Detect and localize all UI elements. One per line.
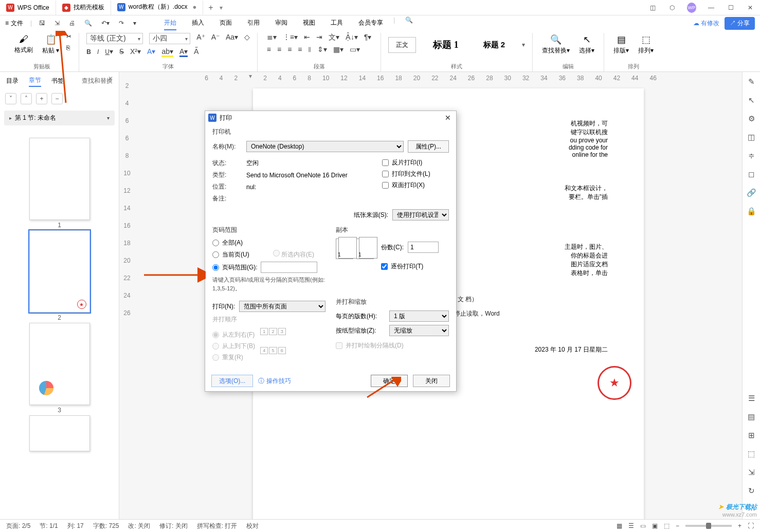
find-replace-button[interactable]: 🔍查找替换▾ (540, 33, 572, 56)
rail-edit-icon[interactable]: ✎ (748, 77, 755, 86)
range-pages-radio[interactable] (212, 264, 219, 271)
minimize-icon[interactable]: — (707, 3, 716, 13)
tab-insert[interactable]: 插入 (192, 16, 204, 30)
tab-tools[interactable]: 工具 (331, 16, 343, 30)
layout-button[interactable]: ▤排版▾ (611, 33, 631, 56)
align-justify-icon[interactable]: ≡ (298, 45, 302, 54)
change-case-icon[interactable]: Aa▾ (226, 33, 238, 44)
vertical-ruler[interactable]: 24668101214161820222426 (121, 82, 133, 519)
redo-icon[interactable]: ↷ (119, 20, 124, 27)
has-changes-button[interactable]: ☁ 有修改 (693, 19, 719, 28)
nav-tab-outline[interactable]: 目录 (6, 76, 19, 86)
nav-up-icon[interactable]: ˄ (21, 93, 32, 104)
rail-bookmark-icon[interactable]: ◻ (748, 170, 754, 179)
collate-checkbox[interactable] (381, 263, 388, 270)
rail-more-icon[interactable]: ⋯ (748, 505, 755, 514)
text-effect-icon[interactable]: A▾ (147, 47, 155, 57)
zoom-in-icon[interactable]: + (738, 522, 741, 529)
horizontal-ruler[interactable]: 642 ▾ 2468101214161820222426283032343638… (119, 72, 742, 82)
line-spacing-icon[interactable]: ⇕▾ (317, 45, 327, 54)
zoom-fit-icon[interactable]: ⬚ (664, 522, 669, 529)
rail-settings-icon[interactable]: ⚙ (748, 114, 755, 123)
thumb-3[interactable]: 3 (29, 323, 90, 405)
align-right-icon[interactable]: ≡ (287, 45, 292, 54)
style-gallery[interactable]: 正文 标题 1 标题 2 ▾ (388, 33, 525, 57)
layout-icon[interactable]: ◫ (648, 3, 657, 13)
zoom-out-icon[interactable]: − (676, 522, 679, 529)
status-column[interactable]: 列: 17 (67, 522, 84, 530)
tab-review[interactable]: 审阅 (275, 16, 287, 30)
scale-select[interactable]: 无缩放 (389, 325, 449, 336)
status-proof[interactable]: 校对 (246, 522, 259, 530)
shading-icon[interactable]: ▦▾ (333, 45, 343, 54)
status-spell[interactable]: 拼写检查: 打开 (197, 522, 238, 530)
zoom-slider[interactable] (685, 525, 732, 527)
rail-history-icon[interactable]: ↻ (748, 486, 755, 496)
search-icon[interactable]: 🔍 (405, 16, 413, 30)
status-page[interactable]: 页面: 2/5 (6, 522, 30, 530)
rail-ruler-icon[interactable]: ≑ (748, 151, 755, 160)
sort-icon[interactable]: Ậ↓▾ (346, 33, 358, 42)
view-outline-icon[interactable]: ☰ (628, 522, 634, 529)
new-tab-button[interactable]: + (203, 3, 218, 12)
tab-reference[interactable]: 引用 (247, 16, 260, 30)
print-icon[interactable]: 🖨 (69, 20, 75, 27)
tips-link[interactable]: ⓘ 操作技巧 (258, 377, 291, 386)
borders-icon[interactable]: ▭▾ (350, 45, 360, 54)
save-icon[interactable]: 🖫 (39, 20, 45, 27)
bold-icon[interactable]: B (86, 47, 91, 57)
clear-format-icon[interactable]: ◇ (244, 33, 250, 44)
align-center-icon[interactable]: ≡ (277, 45, 281, 54)
view-print-icon[interactable]: ▦ (617, 522, 622, 529)
style-heading2[interactable]: 标题 2 (476, 36, 513, 53)
rail-link-icon[interactable]: 🔗 (747, 188, 756, 197)
thumb-2[interactable]: ★ 2 (29, 230, 90, 313)
copy-icon[interactable]: ⎘ (66, 44, 71, 51)
paper-source-select[interactable]: 使用打印机设置 (392, 209, 449, 221)
grow-font-icon[interactable]: A⁺ (196, 33, 205, 44)
dialog-close-icon[interactable]: ✕ (443, 114, 453, 122)
align-left-icon[interactable]: ≡ (267, 45, 271, 54)
view-web-icon[interactable]: ▭ (640, 522, 646, 529)
thumb-1[interactable]: 1 (29, 138, 90, 220)
text-direction-icon[interactable]: 文▾ (329, 33, 339, 42)
dec-indent-icon[interactable]: ⇤ (304, 33, 310, 42)
bullets-icon[interactable]: ≣▾ (267, 33, 277, 42)
tab-view[interactable]: 视图 (303, 16, 315, 30)
rail-lock-icon[interactable]: 🔒 (747, 207, 756, 216)
tab-page[interactable]: 页面 (220, 16, 232, 30)
paste-button[interactable]: 📋粘贴 ▾ (40, 33, 61, 56)
font-color-icon[interactable]: A▾ (179, 47, 188, 57)
page-range-input[interactable] (261, 262, 317, 273)
style-heading1[interactable]: 标题 1 (425, 35, 466, 54)
section-row[interactable]: ▸ 第 1 节: 未命名 ▾ (4, 111, 115, 125)
avatar[interactable]: WP (687, 3, 696, 13)
strike-icon[interactable]: S̶ (119, 47, 124, 57)
share-button[interactable]: ↗ 分享 (725, 17, 755, 30)
nav-add-icon[interactable]: + (36, 93, 47, 104)
status-words[interactable]: 字数: 725 (93, 522, 119, 530)
file-menu-button[interactable]: ≡ 文件 (5, 19, 23, 28)
tab-wps[interactable]: W WPS Office (0, 1, 56, 15)
copies-input[interactable] (408, 242, 439, 253)
underline-icon[interactable]: U▾ (105, 47, 113, 57)
printer-props-button[interactable]: 属性(P)... (408, 140, 449, 153)
rail-shape-icon[interactable]: ◫ (748, 133, 755, 142)
undo-icon[interactable]: ↶▾ (101, 20, 110, 27)
range-all-radio[interactable] (212, 240, 219, 246)
options-button[interactable]: 选项(O)... (211, 375, 253, 387)
status-section[interactable]: 节: 1/1 (40, 522, 58, 530)
highlight-icon[interactable]: ab▾ (161, 47, 173, 57)
nav-collapse-icon[interactable]: ˅ (5, 93, 16, 104)
status-track[interactable]: 改: 关闭 (128, 522, 150, 530)
tab-close-icon[interactable]: ● (193, 3, 197, 11)
style-normal[interactable]: 正文 (388, 37, 416, 53)
close-icon[interactable]: ✕ (746, 3, 755, 13)
rail-clipboard-icon[interactable]: ☰ (748, 394, 755, 403)
reverse-print-checkbox[interactable] (382, 159, 389, 166)
thumb-4[interactable] (29, 415, 90, 451)
print-to-file-checkbox[interactable] (382, 171, 389, 177)
duplex-checkbox[interactable] (382, 182, 389, 189)
nav-tab-bookmark[interactable]: 书签 (51, 76, 64, 86)
italic-icon[interactable]: I (97, 47, 99, 57)
